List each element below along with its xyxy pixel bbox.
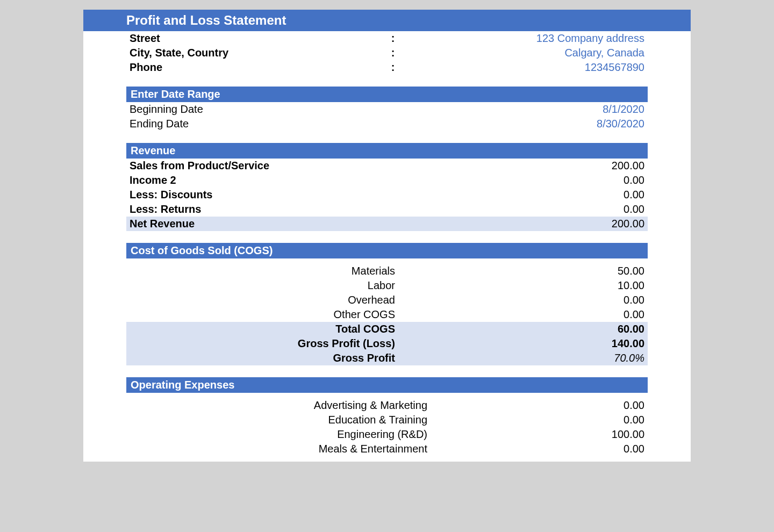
revenue-block: Sales from Product/Service 200.00 Income…: [126, 159, 648, 231]
gross-profit-value: 140.00: [411, 337, 648, 350]
revenue-row: Income 2 0.00: [126, 173, 648, 188]
opex-row-label: Meals & Entertainment: [288, 443, 443, 455]
gross-profit-pct-value: 70.0%: [411, 352, 648, 364]
revenue-row-label: Less: Discounts: [126, 189, 388, 201]
opex-row: Education & Training 0.00: [126, 413, 648, 427]
document-page: Profit and Loss Statement Street : 123 C…: [83, 10, 691, 462]
opex-row-label: Education & Training: [288, 414, 443, 426]
opex-row: Engineering (R&D) 100.00: [126, 427, 648, 442]
opex-block: Advertising & Marketing 0.00 Education &…: [126, 393, 648, 456]
beginning-date-value: 8/1/2020: [398, 103, 648, 116]
revenue-row-label: Less: Returns: [126, 203, 388, 215]
gross-profit-pct-label: Gross Profit: [288, 352, 411, 364]
revenue-row-value: 0.00: [398, 203, 648, 215]
cogs-row-label: Materials: [288, 265, 411, 277]
revenue-row-value: 200.00: [398, 160, 648, 172]
city-label: City, State, Country: [126, 47, 388, 59]
revenue-row: Less: Discounts 0.00: [126, 188, 648, 202]
company-street-row: Street : 123 Company address: [126, 31, 648, 46]
cogs-row-value: 0.00: [411, 294, 648, 306]
revenue-header: Revenue: [126, 143, 648, 159]
street-value: 123 Company address: [398, 32, 648, 45]
revenue-row-value: 0.00: [398, 174, 648, 186]
revenue-row-value: 0.00: [398, 189, 648, 201]
net-revenue-row: Net Revenue 200.00: [126, 217, 648, 231]
revenue-row: Less: Returns 0.00: [126, 202, 648, 217]
ending-date-value: 8/30/2020: [398, 118, 648, 130]
revenue-row-label: Income 2: [126, 174, 388, 186]
separator: :: [388, 32, 398, 45]
date-range-header: Enter Date Range: [126, 87, 648, 102]
cogs-block: Materials 50.00 Labor 10.00 Overhead 0.0…: [126, 258, 648, 365]
city-value: Calgary, Canada: [398, 47, 648, 59]
company-city-row: City, State, Country : Calgary, Canada: [126, 46, 648, 60]
ending-date-row: Ending Date 8/30/2020: [126, 117, 648, 131]
opex-row-value: 100.00: [443, 428, 648, 441]
gross-profit-pct-row: Gross Profit 70.0%: [126, 351, 648, 365]
opex-row-label: Advertising & Marketing: [288, 399, 443, 412]
opex-row-label: Engineering (R&D): [288, 428, 443, 441]
net-revenue-label: Net Revenue: [126, 218, 388, 230]
gross-profit-row: Gross Profit (Loss) 140.00: [126, 336, 648, 351]
total-cogs-value: 60.00: [411, 323, 648, 335]
separator: :: [388, 61, 398, 74]
cogs-row-value: 10.00: [411, 279, 648, 292]
page-title: Profit and Loss Statement: [83, 10, 691, 31]
gross-profit-label: Gross Profit (Loss): [288, 337, 411, 350]
cogs-row: Overhead 0.00: [126, 293, 648, 307]
opex-header: Operating Expenses: [126, 377, 648, 393]
date-range-block: Beginning Date 8/1/2020 Ending Date 8/30…: [126, 102, 648, 131]
total-cogs-label: Total COGS: [288, 323, 411, 335]
opex-row-value: 0.00: [443, 414, 648, 426]
cogs-row: Materials 50.00: [126, 264, 648, 278]
opex-row: Meals & Entertainment 0.00: [126, 442, 648, 456]
net-revenue-value: 200.00: [398, 218, 648, 230]
company-phone-row: Phone : 1234567890: [126, 60, 648, 75]
cogs-row-value: 50.00: [411, 265, 648, 277]
street-label: Street: [126, 32, 388, 45]
cogs-row-label: Labor: [288, 279, 411, 292]
opex-row-value: 0.00: [443, 443, 648, 455]
cogs-header: Cost of Goods Sold (COGS): [126, 243, 648, 258]
opex-row-value: 0.00: [443, 399, 648, 412]
beginning-date-row: Beginning Date 8/1/2020: [126, 102, 648, 117]
cogs-row: Labor 10.00: [126, 278, 648, 293]
cogs-row-value: 0.00: [411, 308, 648, 321]
phone-value: 1234567890: [398, 61, 648, 74]
ending-date-label: Ending Date: [126, 118, 388, 130]
total-cogs-row: Total COGS 60.00: [126, 322, 648, 336]
cogs-row-label: Other COGS: [288, 308, 411, 321]
cogs-row-label: Overhead: [288, 294, 411, 306]
revenue-row-label: Sales from Product/Service: [126, 160, 388, 172]
phone-label: Phone: [126, 61, 388, 74]
revenue-row: Sales from Product/Service 200.00: [126, 159, 648, 173]
beginning-date-label: Beginning Date: [126, 103, 388, 116]
cogs-row: Other COGS 0.00: [126, 307, 648, 322]
opex-row: Advertising & Marketing 0.00: [126, 398, 648, 413]
company-info-block: Street : 123 Company address City, State…: [126, 31, 648, 75]
separator: :: [388, 47, 398, 59]
